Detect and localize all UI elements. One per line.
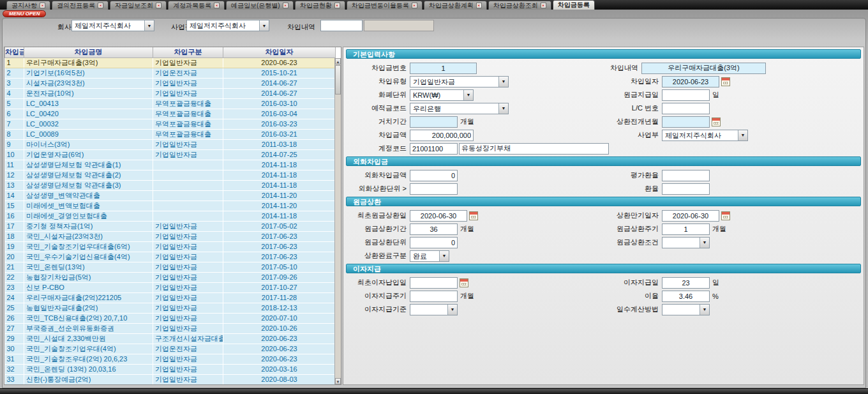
loan-desc-input[interactable] [641,63,766,74]
table-row[interactable]: 3시설자금(23억3천)기업일반자금2014-06-27 [5,78,336,88]
scroll-up-icon[interactable]: ▲ [335,58,341,64]
eval-rate-input[interactable] [662,170,710,181]
lc-number-input[interactable] [662,103,710,114]
table-row[interactable]: 15미래에셋_변액보험대출2014-11-20 [5,201,336,211]
interest-rate-input[interactable] [662,291,710,302]
table-row[interactable]: 2기업기보(16억5천)기업운전자금2015-10-21 [5,68,336,78]
table-row[interactable]: 22농협장기차입금(5억)기업일반자금2017-09-26 [5,272,336,282]
col-header-loan-code[interactable]: 차입금코드 [5,47,24,57]
tab-close-icon[interactable]: × [40,3,45,8]
interest-basis-select[interactable]: ▼ [410,304,458,315]
tab-결의전표등록[interactable]: 결의전표등록× [52,1,108,10]
account-code-input[interactable] [410,143,458,155]
tab-close-icon[interactable]: × [412,3,417,8]
currency-select[interactable]: KRW(₩) ▼ [410,89,474,101]
table-row[interactable]: 31국민_기술창조우대(2억) 20,6,23기업일반자금2020-06-23 [5,354,336,364]
repay-cond-select[interactable]: ▼ [662,237,710,248]
menu-open-button[interactable]: MENU OPEN [3,10,46,17]
table-row[interactable]: 21국민_온렌딩(13억)기업일반자금2017-05-10 [5,262,336,272]
table-row[interactable]: 34농협USANCE무역포괄금융대출2020-01-01 [5,384,336,385]
interest-pay-day-input[interactable] [662,277,710,289]
table-row[interactable]: 18국민_시설자금(23억3천)기업일반자금2017-06-23 [5,231,336,241]
table-row[interactable]: 17중기청 정책자금(1억)기업일반자금2017-05-02 [5,221,336,231]
interest-cycle-input[interactable] [410,291,458,302]
division-select[interactable]: 제일저지주식회사 ▼ [662,130,748,141]
table-row[interactable]: 6LC_00420무역포괄금융대출2016-03-04 [5,109,336,119]
table-row[interactable]: 27부국증권_선순위유동화증권기업일반자금2020-10-26 [5,323,336,333]
loan-desc-filter-input[interactable] [320,20,363,31]
table-row[interactable]: 11삼성생명단체보험 약관대출(1)2014-11-18 [5,160,336,170]
scrollbar-thumb[interactable] [335,65,341,95]
tab-차입금상환계획[interactable]: 차입금상환계획× [424,1,487,10]
table-row[interactable]: 8LC_00089무역포괄금융대출2016-03-21 [5,129,336,139]
repay-done-select[interactable]: 완료 ▼ [410,250,449,262]
account-name-input[interactable] [459,143,609,155]
table-row[interactable]: 12삼성생명단체보험 약관대출(2)2014-11-18 [5,170,336,180]
tab-계정과목등록[interactable]: 계정과목등록× [168,1,225,10]
table-row[interactable]: 4운전자금(10억)기업일반자금2014-06-27 [5,88,336,98]
col-header-loan-name[interactable]: 차입금명 [24,47,153,57]
first-interest-date-input[interactable] [410,277,458,289]
tab-close-icon[interactable]: × [476,3,482,8]
table-row[interactable]: 32국민_온렌딩 (13억) 20,03,16기업일반자금2020-03-16 [5,364,336,374]
table-row[interactable]: 25농협일반자금대출(2억)기업일반자금2018-12-13 [5,303,336,313]
col-header-loan-type[interactable]: 차입구분 [153,47,223,57]
col-header-loan-date[interactable]: 차입일자 [223,47,336,57]
tab-공지사항[interactable]: 공지사항× [6,1,50,10]
tab-차입금현황[interactable]: 차입금현황× [295,1,345,10]
exch-rate-input[interactable] [662,183,710,195]
table-row[interactable]: 14삼성생명_변액약관대출2014-11-20 [5,190,336,201]
table-row[interactable]: 30국민_기술창조기업우대(4억)기업운전자금2020-06-23 [5,344,336,354]
table-row[interactable]: 24우리구매자금대출(2억)221205기업일반자금2017-11-28 [5,292,336,303]
grace-period-input[interactable] [410,116,458,128]
table-row[interactable]: 13삼성생명단체보험 약관대출(3)2014-11-18 [5,180,336,190]
tab-close-icon[interactable]: × [214,3,220,8]
table-row[interactable]: 19국민_기술창조기업우대대출(6억)기업일반자금2017-06-23 [5,241,336,252]
calendar-icon[interactable] [712,117,721,126]
loan-type-select[interactable]: 기업일반자금 ▼ [410,76,509,87]
tab-예금일보(은행별)[interactable]: 예금일보(은행별)× [226,1,294,10]
table-row[interactable]: 1우리구매자금대출(3억)기업일반자금2020-06-23 [5,57,336,68]
scroll-down-icon[interactable]: ▼ [335,378,341,384]
tab-close-icon[interactable]: × [541,3,546,8]
repay-period-input[interactable] [410,224,458,235]
loan-number-input[interactable] [410,63,477,74]
fx-amount-input[interactable] [410,170,458,181]
day-count-select[interactable]: ▼ [662,304,710,315]
calendar-icon[interactable] [721,77,730,86]
table-row[interactable]: 7LC_00032무역포괄금융대출2016-03-23 [5,119,336,129]
first-repay-date-input[interactable] [410,210,467,222]
table-row[interactable]: 20국민_우수기술기업신용대출(4억)기업일반자금2017-06-23 [5,252,336,262]
table-row[interactable]: 29국민_시설대 2,330백만원구조개선시설자금대출2020-06-23 [5,333,336,344]
loan-amount-input[interactable] [410,130,474,141]
table-row[interactable]: 16미래에셋_경영인보험대출2014-11-18 [5,211,336,221]
grid-scrollbar[interactable]: ▲ ▼ [334,58,341,384]
principal-pay-day-input[interactable] [662,89,710,101]
fx-unit-input[interactable] [410,183,458,195]
tab-차입금등록[interactable]: 차입금등록 [553,0,595,10]
maturity-date-input[interactable] [662,210,719,222]
company-select[interactable]: 제일저지주식회사 ▼ [71,20,154,31]
calendar-icon[interactable] [460,278,468,287]
table-row[interactable]: 33신한(-)통장예금(2억)기업일반자금2020-08-03 [5,374,336,384]
loan-date-input[interactable] [662,76,719,87]
calendar-icon[interactable] [469,211,478,220]
table-row[interactable]: 9마이너스(3억)기업일반자금2011-03-18 [5,139,336,149]
table-row[interactable]: 10기업운영자금(6억)기업일반자금2014-07-25 [5,149,336,160]
tab-자금일보조회[interactable]: 자금일보조회× [110,1,167,10]
tab-차입금상환조회[interactable]: 차입금상환조회× [488,1,551,10]
tab-close-icon[interactable]: × [283,3,288,8]
tab-차입금변동이율등록[interactable]: 차입금변동이율등록× [347,1,423,10]
pre-repay-ym-input[interactable] [662,116,710,128]
site-select[interactable]: 제일저지주식회사 ▼ [186,20,269,31]
table-row[interactable]: 23신보 P-CBO기업일반자금2017-10-27 [5,282,336,292]
tab-close-icon[interactable]: × [334,3,340,8]
table-row[interactable]: 26국민_TCB신용대출(2억) 20,7,10기업일반자금2020-07-10 [5,313,336,323]
table-row[interactable]: 5LC_00413무역포괄금융대출2016-03-10 [5,98,336,109]
deposit-code-select[interactable]: 우리은행 ▼ [410,103,509,114]
repay-cycle-input[interactable] [662,224,710,235]
repay-unit-input[interactable] [410,237,458,248]
tab-close-icon[interactable]: × [98,3,103,8]
calendar-icon[interactable] [721,211,730,220]
tab-close-icon[interactable]: × [156,3,161,8]
